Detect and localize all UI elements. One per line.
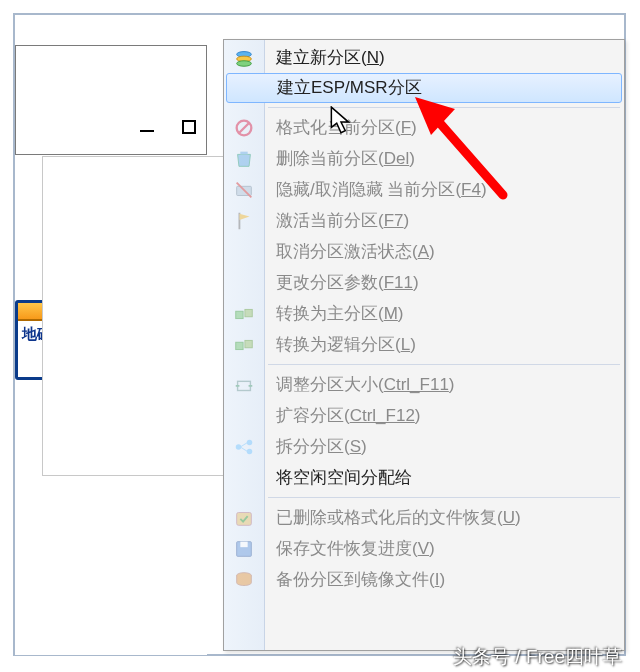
menu-item-save-recovery[interactable]: 保存文件恢复进度(V): [224, 533, 624, 564]
menu-item-to-primary[interactable]: 转换为主分区(M): [224, 298, 624, 329]
annotation-arrow-icon: [413, 95, 513, 209]
menu-item-label: 将空闲空间分配给: [276, 468, 412, 487]
menu-item-label: 删除当前分区(Del): [276, 149, 415, 168]
mouse-cursor-icon: [330, 106, 352, 140]
svg-line-17: [240, 442, 247, 447]
menu-item-split[interactable]: 拆分分区(S): [224, 431, 624, 462]
recover-icon: [232, 506, 256, 530]
svg-line-18: [240, 447, 247, 452]
menu-item-label: 拆分分区(S): [276, 437, 367, 456]
flag-icon: [232, 209, 256, 233]
menu-item-label: 扩容分区(Ctrl_F12): [276, 406, 421, 425]
svg-rect-9: [236, 311, 243, 318]
convert-icon: [232, 333, 256, 357]
maximize-button[interactable]: [176, 114, 202, 140]
resize-icon: [232, 373, 256, 397]
menu-item-backup-image[interactable]: 备份分区到镜像文件(I): [224, 564, 624, 595]
menu-item-modify-params[interactable]: 更改分区参数(F11): [224, 267, 624, 298]
split-icon: [232, 435, 256, 459]
menu-item-label: 已删除或格式化后的文件恢复(U): [276, 508, 521, 527]
menu-item-label: 激活当前分区(F7): [276, 211, 409, 230]
menu-item-label: 取消分区激活状态(A): [276, 242, 435, 261]
svg-rect-10: [245, 309, 252, 316]
menu-item-label: 调整分区大小(Ctrl_F11): [276, 375, 455, 394]
menu-item-label: 转换为主分区(M): [276, 304, 404, 323]
forbidden-icon: [232, 116, 256, 140]
menu-item-label: 建立新分区(N): [276, 48, 385, 67]
window-titlebar: [15, 45, 207, 155]
menu-item-label: 更改分区参数(F11): [276, 273, 419, 292]
menu-item-extend[interactable]: 扩容分区(Ctrl_F12): [224, 400, 624, 431]
watermark-text: 头条号 / Free四叶草: [453, 644, 622, 670]
svg-line-24: [431, 113, 503, 195]
menu-item-to-logical[interactable]: 转换为逻辑分区(L): [224, 329, 624, 360]
backup-icon: [232, 568, 256, 592]
menu-item-recover-deleted[interactable]: 已删除或格式化后的文件恢复(U): [224, 502, 624, 533]
menu-item-deactivate[interactable]: 取消分区激活状态(A): [224, 236, 624, 267]
menu-item-label: 保存文件恢复进度(V): [276, 539, 435, 558]
svg-rect-11: [236, 342, 243, 349]
layers-icon: [232, 46, 256, 70]
menu-item-label: 建立ESP/MSR分区: [277, 78, 422, 97]
tutorial-frame: 地磁盘(G:) NTFS 141.3GB 建立新分区(N)建立ESP/MSR分区…: [13, 13, 626, 656]
menu-separator: [268, 364, 620, 365]
svg-line-4: [239, 122, 250, 133]
convert-icon: [232, 302, 256, 326]
svg-rect-5: [240, 151, 247, 154]
menu-item-new-partition[interactable]: 建立新分区(N): [224, 42, 624, 73]
menu-item-allocate-free[interactable]: 将空闲空间分配给: [224, 462, 624, 493]
svg-marker-23: [331, 107, 348, 133]
svg-rect-19: [237, 512, 252, 525]
minimize-button[interactable]: [134, 114, 160, 140]
hide-icon: [232, 178, 256, 202]
menu-item-resize[interactable]: 调整分区大小(Ctrl_F11): [224, 369, 624, 400]
menu-item-label: 备份分区到镜像文件(I): [276, 570, 445, 589]
svg-rect-21: [240, 541, 247, 547]
menu-item-activate[interactable]: 激活当前分区(F7): [224, 205, 624, 236]
trash-icon: [232, 147, 256, 171]
menu-separator: [268, 497, 620, 498]
svg-rect-13: [238, 381, 251, 390]
menu-item-label: 转换为逻辑分区(L): [276, 335, 416, 354]
svg-point-2: [237, 60, 252, 66]
svg-rect-12: [245, 340, 252, 347]
save-icon: [232, 537, 256, 561]
